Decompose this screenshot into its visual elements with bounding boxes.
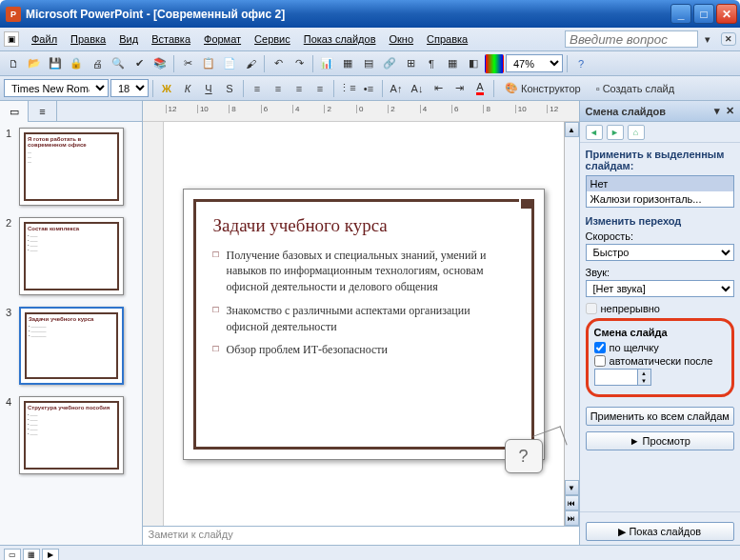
prev-slide-button[interactable]: ⏮ bbox=[565, 495, 579, 510]
next-slide-button[interactable]: ⏭ bbox=[565, 510, 579, 526]
menu-window[interactable]: Окно bbox=[383, 30, 421, 48]
italic-icon[interactable]: К bbox=[178, 79, 197, 98]
thumbnail-item[interactable]: 4 Структура учебного пособия• ——• ——• ——… bbox=[6, 396, 136, 474]
speed-select[interactable]: Быстро bbox=[586, 244, 734, 261]
redo-icon[interactable]: ↷ bbox=[290, 54, 309, 73]
bullet-item[interactable]: Получение базовых и специальных знаний, … bbox=[213, 248, 514, 295]
cut-icon[interactable]: ✂ bbox=[178, 54, 197, 73]
menu-file[interactable]: Файл bbox=[25, 30, 64, 48]
print-icon[interactable]: 🖨 bbox=[88, 54, 107, 73]
menu-view[interactable]: Вид bbox=[112, 30, 145, 48]
nav-back-icon[interactable]: ◄ bbox=[586, 125, 603, 140]
hyperlink-icon[interactable]: 🔗 bbox=[380, 54, 399, 73]
new-icon[interactable]: 🗋 bbox=[4, 54, 23, 73]
scroll-down-button[interactable]: ▼ bbox=[565, 480, 579, 495]
permission-icon[interactable]: 🔒 bbox=[67, 54, 86, 73]
spell-check-icon[interactable]: ✔ bbox=[130, 54, 149, 73]
close-button[interactable]: ✕ bbox=[716, 4, 737, 24]
underline-icon[interactable]: Ч bbox=[199, 79, 218, 98]
color-grayscale-icon[interactable]: ◧ bbox=[464, 54, 483, 73]
save-icon[interactable]: 💾 bbox=[46, 54, 65, 73]
apply-all-button[interactable]: Применить ко всем слайдам bbox=[586, 407, 734, 426]
vertical-scrollbar[interactable]: ▲ ▼ ⏮ ⏭ bbox=[564, 122, 579, 526]
decrease-font-icon[interactable]: A↓ bbox=[408, 79, 427, 98]
menu-tools[interactable]: Сервис bbox=[248, 30, 297, 48]
help-callout[interactable]: ? bbox=[505, 439, 543, 473]
normal-view-button[interactable]: ▭ bbox=[4, 549, 21, 561]
transition-option[interactable]: Нет bbox=[587, 176, 733, 191]
slide[interactable]: Задачи учебного курса Получение базовых … bbox=[183, 189, 545, 460]
decrease-indent-icon[interactable]: ⇤ bbox=[429, 79, 448, 98]
bullet-item[interactable]: Знакомство с различными аспектами органи… bbox=[213, 303, 514, 335]
align-center-icon[interactable]: ≡ bbox=[269, 79, 288, 98]
bullet-list-icon[interactable]: •≡ bbox=[359, 79, 378, 98]
ask-question-input[interactable] bbox=[565, 30, 698, 48]
align-right-icon[interactable]: ≡ bbox=[290, 79, 309, 98]
increase-indent-icon[interactable]: ⇥ bbox=[450, 79, 469, 98]
spin-up-icon[interactable]: ▲ bbox=[638, 370, 650, 377]
auto-after-input[interactable] bbox=[594, 355, 606, 367]
zoom-select[interactable]: 47% bbox=[506, 54, 563, 72]
font-color-icon[interactable]: A bbox=[470, 79, 490, 98]
auto-after-checkbox[interactable]: автоматически после bbox=[594, 355, 726, 367]
new-slide-button[interactable]: ▫ Создать слайд bbox=[590, 79, 681, 98]
minimize-button[interactable]: _ bbox=[670, 4, 691, 24]
menu-edit[interactable]: Правка bbox=[64, 30, 112, 48]
transition-listbox[interactable]: Нет Жалюзи горизонталь... bbox=[586, 175, 734, 208]
copy-icon[interactable]: 📋 bbox=[199, 54, 218, 73]
taskpane-close-icon[interactable]: ✕ bbox=[726, 105, 734, 117]
show-formatting-icon[interactable]: ¶ bbox=[422, 54, 441, 73]
doc-close-button[interactable]: ✕ bbox=[721, 32, 736, 46]
scroll-up-button[interactable]: ▲ bbox=[565, 122, 579, 137]
menu-insert[interactable]: Вставка bbox=[145, 30, 197, 48]
help-icon[interactable]: ? bbox=[571, 54, 590, 73]
preview-button[interactable]: ► Просмотр bbox=[586, 431, 734, 450]
loop-checkbox[interactable]: непрерывно bbox=[586, 303, 734, 314]
thumbnails-list[interactable]: 1 Я готов работать в современном офисе——… bbox=[0, 122, 142, 545]
increase-font-icon[interactable]: A↑ bbox=[387, 79, 406, 98]
research-icon[interactable]: 📚 bbox=[150, 54, 170, 73]
paste-icon[interactable]: 📄 bbox=[220, 54, 239, 73]
menu-format[interactable]: Формат bbox=[197, 30, 248, 48]
menu-slideshow[interactable]: Показ слайдов bbox=[297, 30, 383, 48]
nav-home-icon[interactable]: ⌂ bbox=[628, 125, 645, 140]
on-click-checkbox[interactable]: по щелчку bbox=[594, 342, 726, 353]
align-justify-icon[interactable]: ≡ bbox=[310, 79, 330, 98]
vertical-ruler[interactable] bbox=[143, 122, 164, 526]
numbered-list-icon[interactable]: ⋮≡ bbox=[338, 79, 357, 98]
shadow-icon[interactable]: S bbox=[220, 79, 239, 98]
slides-tab[interactable]: ▭ bbox=[0, 101, 29, 122]
slide-title[interactable]: Задачи учебного курса bbox=[213, 215, 514, 236]
slideshow-view-button[interactable]: ▶ bbox=[42, 549, 59, 561]
thumbnail-item[interactable]: 1 Я готов работать в современном офисе——… bbox=[6, 128, 136, 206]
slide-bullets[interactable]: Получение базовых и специальных знаний, … bbox=[213, 248, 514, 359]
bold-icon[interactable]: Ж bbox=[157, 79, 176, 98]
slideshow-button[interactable]: ▶ Показ слайдов bbox=[586, 522, 734, 541]
outline-tab[interactable]: ≡ bbox=[29, 101, 57, 122]
font-family-select[interactable]: Times New Roman bbox=[4, 79, 109, 97]
thumbnail-item[interactable]: 3 Задачи учебного курса• ————• ————• ———… bbox=[6, 307, 136, 385]
format-painter-icon[interactable]: 🖌 bbox=[241, 54, 260, 73]
sorter-view-button[interactable]: ▦ bbox=[23, 549, 40, 561]
maximize-button[interactable]: □ bbox=[693, 4, 714, 24]
align-left-icon[interactable]: ≡ bbox=[248, 79, 267, 98]
table-icon[interactable]: ▦ bbox=[338, 54, 357, 73]
control-menu-icon[interactable]: ▣ bbox=[4, 31, 19, 47]
transition-option[interactable]: Жалюзи горизонталь... bbox=[587, 191, 733, 207]
grid-icon[interactable]: ▦ bbox=[443, 54, 462, 73]
question-dropdown[interactable]: ▾ bbox=[698, 30, 717, 49]
auto-after-spinner[interactable]: ▲▼ bbox=[594, 369, 651, 386]
menu-help[interactable]: Справка bbox=[420, 30, 474, 48]
slide-canvas[interactable]: Задачи учебного курса Получение базовых … bbox=[164, 122, 564, 526]
sound-select[interactable]: [Нет звука] bbox=[586, 280, 734, 297]
scroll-track[interactable] bbox=[565, 137, 579, 480]
notes-pane[interactable]: Заметки к слайду bbox=[143, 526, 579, 545]
open-icon[interactable]: 📂 bbox=[25, 54, 44, 73]
undo-icon[interactable]: ↶ bbox=[269, 54, 288, 73]
print-preview-icon[interactable]: 🔍 bbox=[109, 54, 128, 73]
bullet-item[interactable]: Обзор проблем ИТ-безопасности bbox=[213, 342, 514, 358]
chart-icon[interactable]: 📊 bbox=[317, 54, 336, 73]
loop-checkbox-input[interactable] bbox=[586, 303, 597, 314]
horizontal-ruler[interactable]: 1210 86 42 02 46 810 12 bbox=[143, 101, 579, 122]
taskpane-dropdown-icon[interactable]: ▾ bbox=[714, 105, 720, 117]
